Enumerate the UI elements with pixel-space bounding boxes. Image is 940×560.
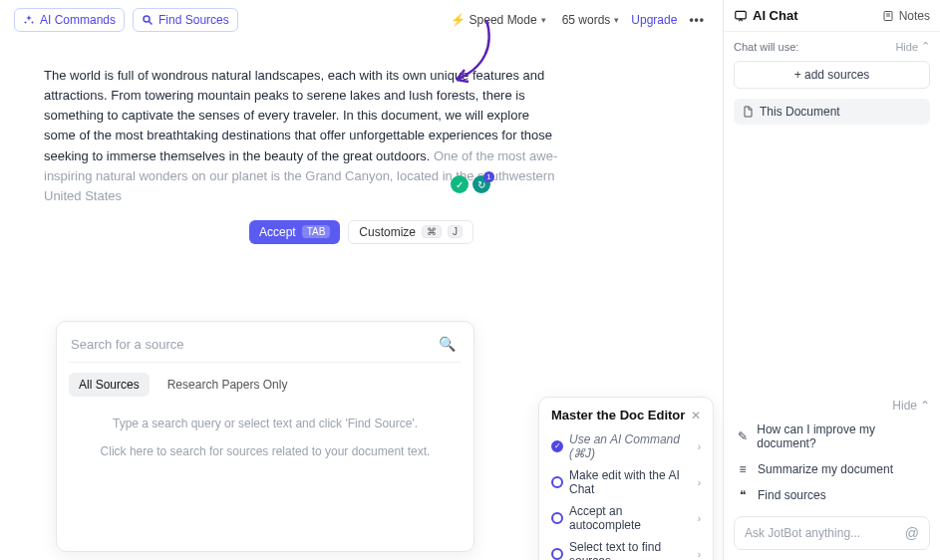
chevron-right-icon: › xyxy=(698,549,701,560)
cmd-key-icon: ⌘ xyxy=(422,225,442,238)
empty-line-2[interactable]: Click here to search for sources related… xyxy=(101,444,431,458)
document-body[interactable]: The world is full of wondrous natural la… xyxy=(0,40,598,206)
customize-button[interactable]: Customize ⌘ J xyxy=(348,220,473,244)
suggestion-label: Summarize my document xyxy=(758,462,893,476)
step-todo-icon xyxy=(551,512,563,524)
suggestion-label: How can I improve my document? xyxy=(757,422,928,450)
source-this-document[interactable]: This Document xyxy=(734,99,930,125)
chevron-down-icon: ▾ xyxy=(541,15,546,25)
search-icon xyxy=(142,14,154,26)
tutorial-step[interactable]: Use an AI Command (⌘J) › xyxy=(551,428,701,464)
hide-sources-toggle[interactable]: Hide ⌃ xyxy=(895,40,930,53)
find-sources-button[interactable]: Find Sources xyxy=(133,8,238,32)
word-count-dropdown[interactable]: 65 words ▾ xyxy=(558,11,624,29)
chat-input[interactable] xyxy=(745,526,899,540)
document-icon xyxy=(742,105,754,119)
chat-input-container: @ xyxy=(734,516,930,550)
customize-label: Customize xyxy=(359,225,416,239)
chevron-right-icon: › xyxy=(698,477,701,488)
chevron-down-icon: ▾ xyxy=(614,15,619,25)
suggestion-label: Find sources xyxy=(758,488,826,502)
notes-toggle[interactable]: Notes xyxy=(882,9,930,23)
tutorial-step[interactable]: Accept an autocomplete › xyxy=(551,500,701,536)
hide-suggestions-toggle[interactable]: Hide ⌃ xyxy=(892,399,930,413)
close-icon[interactable]: ✕ xyxy=(691,409,701,422)
wand-icon: ✎ xyxy=(736,429,749,443)
notes-label: Notes xyxy=(899,9,930,23)
tutorial-step[interactable]: Select text to find sources › xyxy=(551,536,701,560)
chat-icon xyxy=(734,9,748,23)
tab-key-badge: TAB xyxy=(302,225,331,238)
word-count-label: 65 words xyxy=(562,13,611,27)
tutorial-title: Master the Doc Editor xyxy=(551,408,685,422)
add-sources-button[interactable]: + add sources xyxy=(734,61,930,89)
empty-line-1: Type a search query or select text and c… xyxy=(113,417,418,430)
chat-will-use-label: Chat will use: xyxy=(734,41,798,53)
source-search-input[interactable] xyxy=(71,337,435,352)
notes-icon xyxy=(882,10,894,22)
chat-header-title: AI Chat xyxy=(734,8,798,23)
svg-rect-2 xyxy=(736,11,747,19)
collapse-icon: ⌃ xyxy=(920,399,930,413)
tab-all-sources[interactable]: All Sources xyxy=(69,373,150,397)
bolt-icon: ⚡ xyxy=(451,13,466,27)
mention-icon[interactable]: @ xyxy=(905,525,919,541)
chat-title-label: AI Chat xyxy=(753,8,798,23)
step-label: Make edit with the AI Chat xyxy=(569,468,692,496)
step-label: Use an AI Command (⌘J) xyxy=(569,432,692,460)
step-label: Select text to find sources xyxy=(569,540,692,560)
svg-point-0 xyxy=(144,16,150,22)
step-label: Accept an autocomplete xyxy=(569,504,692,532)
speed-mode-dropdown[interactable]: ⚡ Speed Mode ▾ xyxy=(447,11,550,29)
step-todo-icon xyxy=(551,548,563,560)
hide-label: Hide xyxy=(895,41,918,53)
grammar-badges: ✓ ↻ 1 xyxy=(451,175,490,193)
suggestion-summarize[interactable]: ≡ Summarize my document xyxy=(734,456,930,482)
step-done-icon xyxy=(551,440,563,452)
j-key-icon: J xyxy=(448,225,463,238)
svg-line-1 xyxy=(150,22,153,25)
tutorial-step[interactable]: Make edit with the AI Chat › xyxy=(551,464,701,500)
chevron-right-icon: › xyxy=(698,513,701,524)
search-icon[interactable]: 🔍 xyxy=(435,336,460,352)
sparkle-icon xyxy=(23,14,35,26)
badge-check-icon[interactable]: ✓ xyxy=(451,175,469,193)
source-search-panel: 🔍 All Sources Research Papers Only Type … xyxy=(56,321,474,552)
more-menu-button[interactable]: ••• xyxy=(685,11,709,29)
hide-label: Hide xyxy=(892,399,917,413)
this-document-label: This Document xyxy=(760,105,840,119)
badge-count: 1 xyxy=(483,171,494,182)
tutorial-card: Master the Doc Editor ✕ Use an AI Comman… xyxy=(538,397,714,560)
upgrade-link[interactable]: Upgrade xyxy=(631,13,677,27)
collapse-icon: ⌃ xyxy=(921,40,930,53)
chevron-right-icon: › xyxy=(698,441,701,452)
search-empty-state: Type a search query or select text and c… xyxy=(69,407,462,541)
accept-button[interactable]: Accept TAB xyxy=(249,220,340,244)
ai-commands-button[interactable]: AI Commands xyxy=(14,8,125,32)
quote-icon: ❝ xyxy=(736,488,750,502)
suggestion-improve[interactable]: ✎ How can I improve my document? xyxy=(734,417,930,456)
find-sources-label: Find Sources xyxy=(158,13,229,27)
badge-refresh-icon[interactable]: ↻ 1 xyxy=(472,175,490,193)
tutorial-steps: Use an AI Command (⌘J) › Make edit with … xyxy=(551,428,701,560)
list-icon: ≡ xyxy=(736,462,750,476)
step-todo-icon xyxy=(551,476,563,488)
tab-research-papers[interactable]: Research Papers Only xyxy=(157,373,298,397)
suggestion-find-sources[interactable]: ❝ Find sources xyxy=(734,482,930,508)
speed-mode-label: Speed Mode xyxy=(470,13,537,27)
prompt-suggestions: ✎ How can I improve my document? ≡ Summa… xyxy=(724,417,940,508)
ai-commands-label: AI Commands xyxy=(40,13,116,27)
accept-label: Accept xyxy=(259,225,296,239)
